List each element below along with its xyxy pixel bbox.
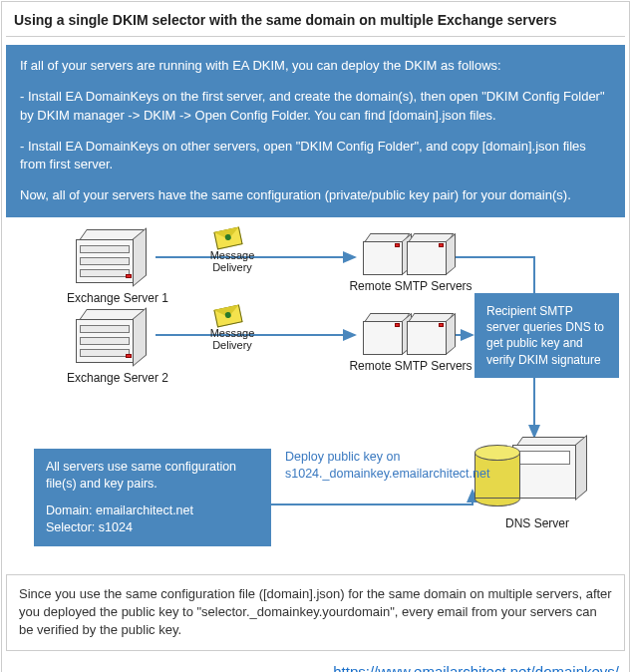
intro-p4: Now, all of your servers have the same c… <box>20 186 611 205</box>
message-delivery-label-1: Message Delivery <box>205 249 259 273</box>
remote-smtp-icon <box>363 313 451 361</box>
exchange-server-1-icon <box>76 229 148 289</box>
network-diagram: Exchange Server 1 Exchange Server 2 Mess… <box>6 227 625 566</box>
exchange-2-label: Exchange Server 2 <box>58 371 177 385</box>
source-link[interactable]: https://www.emailarchitect.net/domainkey… <box>2 659 629 672</box>
intro-p3: - Install EA DomainKeys on other servers… <box>20 138 611 175</box>
dns-server-label: DNS Server <box>492 516 582 530</box>
envelope-icon <box>213 227 242 250</box>
remote-smtp-label-2: Remote SMTP Servers <box>341 359 480 373</box>
deploy-l1: Deploy public key on <box>285 449 514 466</box>
page-container: Using a single DKIM selector with the sa… <box>1 1 630 672</box>
intro-p2: - Install EA DomainKeys on the first ser… <box>20 88 611 126</box>
callout-config-files: All servers use same configuration file(… <box>34 449 271 546</box>
deploy-key-note: Deploy public key on s1024._domainkey.em… <box>285 449 514 483</box>
callout-config-l2: Domain: emailarchitect.net <box>46 503 259 519</box>
divider <box>6 36 625 37</box>
callout-config-l3: Selector: s1024 <box>46 519 259 536</box>
remote-smtp-icon <box>363 233 451 281</box>
page-title: Using a single DKIM selector with the sa… <box>2 2 629 36</box>
footer-note: Since you use the same configuration fil… <box>6 574 625 651</box>
exchange-1-label: Exchange Server 1 <box>58 291 177 305</box>
deploy-l2: s1024._domainkey.emailarchitect.net <box>285 466 514 483</box>
exchange-server-2-icon <box>76 309 148 369</box>
callout-recipient-dns: Recipient SMTP server queries DNS to get… <box>474 293 619 378</box>
callout-config-l1: All servers use same configuration file(… <box>46 459 259 493</box>
envelope-icon <box>213 305 242 328</box>
intro-box: If all of your servers are running with … <box>6 45 625 217</box>
intro-p1: If all of your servers are running with … <box>20 57 611 76</box>
message-delivery-label-2: Message Delivery <box>205 327 259 351</box>
remote-smtp-label-1: Remote SMTP Servers <box>341 279 480 293</box>
